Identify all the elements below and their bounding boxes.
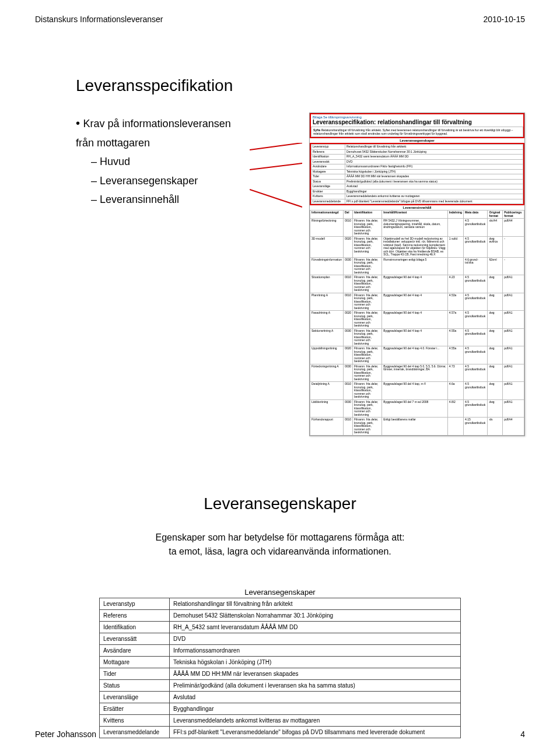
svg-line-0 <box>250 143 302 150</box>
spec-content-cell <box>447 257 463 275</box>
spec-egr-val: Preliminär/godkänd (alla dokument i leve… <box>345 179 523 184</box>
spec-content-cell: 1 solid <box>447 236 463 257</box>
spec-thumbnail: Bilaga 5e tillämpningsanvisning Leverans… <box>309 113 525 436</box>
slide2-sub-line1: Egenskaper som har betydelse för mottaga… <box>156 532 405 542</box>
prop-key: Referens <box>100 609 170 621</box>
spec-content-cell: 0030 <box>343 257 352 275</box>
spec-content-cell: Förteckningsritning A <box>310 364 344 382</box>
spec-content-cell: Filnamn: fria delar, kronolog. park, kla… <box>353 364 382 382</box>
spec-egr-row: MottagareTekniska högskolan i Jönköping … <box>312 169 523 174</box>
spec-egr-key: Referens <box>312 149 345 155</box>
prop-val: DVD <box>170 633 461 644</box>
spec-egr-val: Tekniska högskolan i Jönköping (JTH) <box>345 169 523 174</box>
spec-egr-val: Relationshandlingar till förvaltning frå… <box>345 145 523 150</box>
spec-content-row: Förhandsrapport0010Filnamn: fria delar, … <box>310 418 524 436</box>
spec-egr-key: Leveransläge <box>312 184 345 190</box>
spec-egr-row: AvsändareInformationssamordnaren Fiktiv … <box>312 164 523 170</box>
spec-content-cell: Byggnadslaget 90 del 7 m ed 2008 <box>382 399 448 418</box>
spec-content-cell: xls <box>488 418 503 436</box>
prop-key: Leveranssätt <box>100 633 170 644</box>
spec-content-cell: Förvaltningsinformation <box>310 257 344 275</box>
spec-content-cell: 4.73 <box>447 364 463 382</box>
spec-content-cell: dwg <box>488 382 503 400</box>
prop-val: Leveransmeddelandets ankomst kvitteras a… <box>170 714 461 726</box>
spec-content-cell: Byggnadslaget 90 del 4 kap, m fl <box>382 382 448 400</box>
prop-table-title: Leveransegenskaper <box>35 588 525 598</box>
spec-egr-row: LeveranssättDVD <box>312 159 523 164</box>
spec-content-cell: Byggnadslaget 90 del 4 kap 4 <box>382 311 448 329</box>
spec-content-row: Sektionsritning A0030Filnamn: fria delar… <box>310 328 524 346</box>
spec-egr-key: Ersätter <box>312 189 345 194</box>
prop-row: IdentifikationRH_A_5432 samt leveransdat… <box>100 621 461 633</box>
spec-content-cell: 4.8/2 <box>447 399 463 418</box>
spec-content-cell: dwg <box>488 328 503 346</box>
spec-egr-key: Leveranssätt <box>312 159 345 164</box>
spec-content-cell: Objektmodell av hel 3D-modell redovisnin… <box>382 236 448 257</box>
spec-egr-table: LeveranstypRelationshandlingar till förv… <box>311 144 523 204</box>
spec-content-row: Ritningsförteckning0010Filnamn: fria del… <box>310 219 524 237</box>
spec-egr-row: LeveransmeddelandeFFI:s pdf-blankett "Le… <box>312 199 523 204</box>
spec-content-cell: dwg <box>488 364 503 382</box>
spec-content-cell: Filnamn: fria delar, kronolog. park, kla… <box>353 257 382 275</box>
spec-egr-row: IdentifikationRH_A_5432 samt leveransdat… <box>312 155 523 160</box>
spec-content-cell: 0010 <box>343 418 352 436</box>
spec-content-cell: Byggnadslaget 90 del 4 kap 4 <box>382 293 448 311</box>
spec-content-cell: Filnamn: fria delar, kronolog. park, kla… <box>353 328 382 346</box>
slide-2: Leveransegenskaper Egenskaper som har be… <box>35 495 525 738</box>
spec-content-cell: 0010 <box>343 293 352 311</box>
spec-content-cell: pdf/A1 <box>503 311 524 329</box>
bullet-sub-3: Leveransinnehåll <box>91 190 243 209</box>
spec-content-row: Förvaltningsinformation0030Filnamn: fria… <box>310 257 524 275</box>
prop-val: Informationssamordnaren <box>170 644 461 656</box>
spec-content-cell: 0020 <box>343 346 352 364</box>
content-label: Leveransinnehåll <box>310 205 524 210</box>
spec-content-cell: Filnamn: fria delar, kronolog. park, kla… <box>353 219 382 237</box>
spec-egr-key: Mottagare <box>312 169 345 174</box>
spec-content-cell: - <box>503 236 524 257</box>
header-right: 2010-10-15 <box>483 15 525 24</box>
spec-content-col: Del <box>343 211 352 219</box>
spec-content-cell: 4.23 <box>447 275 463 293</box>
prop-val: Bygghandlingar <box>170 703 461 714</box>
prop-key: Avsändare <box>100 644 170 656</box>
connector-lines <box>250 143 302 230</box>
spec-content-row: Lättläsritning0030Filnamn: fria delar, k… <box>310 399 524 418</box>
slide2-sub-line2: ta emot, läsa, lagra och vidareanvända i… <box>169 546 391 556</box>
spec-content-col: Indelning <box>447 211 463 219</box>
prop-val: Avslutad <box>170 691 461 703</box>
spec-content-cell: Filnamn: fria delar, kronolog. park, kla… <box>353 399 382 418</box>
spec-content-cell: Ritningsförteckning <box>310 219 344 237</box>
spec-content-cell: pdf/A1 <box>503 399 524 418</box>
spec-content-cell: 0030 <box>343 364 352 382</box>
spec-content-cell <box>447 219 463 237</box>
spec-content-cell: pdf/A1 <box>503 346 524 364</box>
spec-content-cell: dwg <box>488 399 503 418</box>
spec-content-cell: dwg avilrca <box>488 236 503 257</box>
spec-content-cell: Filnamn: fria delar, kronolog. park, kla… <box>353 382 382 400</box>
spec-content-row: Förteckningsritning A0030Filnamn: fria d… <box>310 364 524 382</box>
spec-content-cell: 4.53a <box>447 293 463 311</box>
spec-egr-val: ÅÅÅÅ MM DD HH:MM när leveransen skapades <box>345 174 523 180</box>
prop-key: Ersätter <box>100 703 170 714</box>
prop-key: Leveranstyp <box>100 598 170 609</box>
spec-content-cell: 0030 <box>343 399 352 418</box>
spec-content-row: Detaljritning A0010Filnamn: fria delar, … <box>310 382 524 400</box>
spec-content-cell: Fasadritning A <box>310 311 344 329</box>
prop-row: LeveranssättDVD <box>100 633 461 644</box>
prop-key: Status <box>100 679 170 691</box>
spec-content-cell: - <box>503 257 524 275</box>
spec-content-cell: 4.5 grundkartlistbok <box>464 399 488 418</box>
prop-row: MottagareTekniska högskolan i Jönköping … <box>100 656 461 668</box>
spec-content-cell: pdf/A1 <box>503 275 524 293</box>
spec-content-cell: 0010 <box>343 382 352 400</box>
prop-key: Tider <box>100 668 170 679</box>
spec-content-cell: 4.15 grundkartlistbok <box>464 418 488 436</box>
bullet-list: Krav på informationsleveransen från mott… <box>76 113 243 436</box>
spec-content-cell: Sektionsritning A <box>310 328 344 346</box>
prop-key: Leveransläge <box>100 691 170 703</box>
prop-row: LeveranstypRelationshandlingar till förv… <box>100 598 461 609</box>
spec-content-cell <box>447 418 463 436</box>
spec-content-cell: 4.5 grundkartlistbok <box>464 236 488 257</box>
spec-content-cell: fi2xml <box>488 257 503 275</box>
prop-row: KvittensLeveransmeddelandets ankomst kvi… <box>100 714 461 726</box>
